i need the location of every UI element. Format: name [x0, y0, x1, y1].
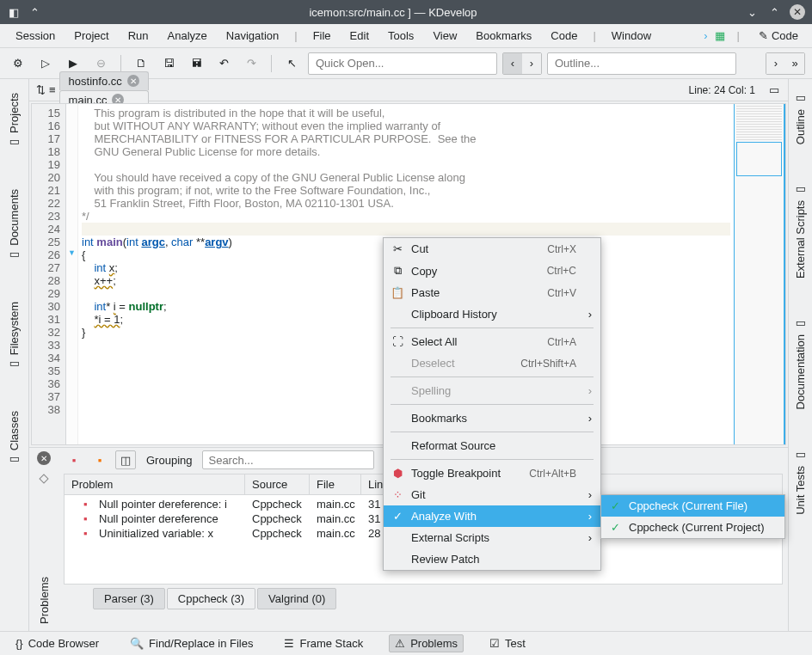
problems-tab[interactable]: Cppcheck (3) — [167, 588, 255, 609]
grid-icon[interactable]: ▦ — [715, 29, 725, 42]
context-menu-item[interactable]: ⁘ Git › — [384, 484, 600, 505]
fold-marker-icon[interactable]: ▼ — [68, 248, 76, 257]
menu-edit[interactable]: Edit — [341, 26, 378, 46]
outline-nav-buttons: › » — [766, 52, 805, 75]
cursor-icon[interactable]: ↖ — [280, 52, 303, 75]
context-menu-item: Spelling › — [384, 380, 600, 401]
stack-icon: ☰ — [284, 637, 294, 650]
save-all-icon[interactable]: 🖬 — [185, 52, 207, 75]
menu-project[interactable]: Project — [65, 26, 117, 46]
context-menu: ✂ Cut Ctrl+X ⧉ Copy Ctrl+C 📋 Paste Ctrl+… — [383, 237, 601, 571]
outline-input[interactable] — [547, 52, 736, 75]
error-icon: ▪ — [83, 527, 99, 540]
menu-file[interactable]: File — [304, 26, 340, 46]
save-icon[interactable]: 🖫 — [157, 52, 180, 75]
menu-tools[interactable]: Tools — [379, 26, 422, 46]
problems-vertical-label[interactable]: Problems — [36, 570, 52, 631]
quick-open-input[interactable] — [308, 52, 497, 75]
context-menu-item[interactable]: ✓ Analyze With › — [384, 505, 600, 527]
run-icon[interactable]: ▷ — [34, 52, 57, 75]
menubar: Session Project Run Analyze Navigation |… — [0, 24, 812, 48]
context-menu-item[interactable]: 📋 Paste Ctrl+V — [384, 282, 600, 303]
pin-icon[interactable]: ⌃ — [28, 5, 41, 19]
menu-view[interactable]: View — [424, 26, 465, 46]
braces-icon: {} — [15, 637, 23, 650]
context-menu-item[interactable]: ⬢ Toggle Breakpoint Ctrl+Alt+B — [384, 462, 600, 484]
close-icon[interactable]: ✕ — [790, 4, 805, 20]
grouping-label[interactable]: Grouping — [141, 454, 197, 467]
sidebar-external-scripts[interactable]: External Scripts▭ — [792, 177, 809, 285]
fold-column[interactable]: ▼ — [66, 104, 78, 444]
sidebar-outline[interactable]: Outline▭ — [792, 86, 809, 151]
sidebar-unit-tests[interactable]: Unit Tests▭ — [792, 443, 809, 522]
error-icon: ▪ — [83, 512, 99, 525]
context-menu-item[interactable]: Bookmarks › — [384, 407, 600, 429]
tab-options-icon[interactable]: ▭ — [764, 83, 784, 96]
line-number-gutter: 1516171819202122232425262728293031323334… — [32, 104, 66, 444]
undo-icon[interactable]: ↶ — [212, 52, 235, 75]
menu-analyze[interactable]: Analyze — [159, 26, 216, 46]
sidebar-documents[interactable]: ▭Documents — [6, 182, 22, 269]
minimap[interactable] — [734, 104, 785, 444]
statusbar: {}Code Browser 🔍Find/Replace in Files ☰F… — [0, 631, 812, 655]
menu-code[interactable]: Code — [542, 26, 586, 46]
tab-list-icon[interactable]: ≡ — [49, 83, 56, 96]
close-panel-icon[interactable]: ✕ — [37, 451, 51, 465]
tab-close-icon[interactable]: ✕ — [127, 75, 139, 87]
app-menu-icon[interactable]: ◧ — [7, 5, 21, 19]
context-menu-item[interactable]: ⛶ Select All Ctrl+A — [384, 331, 600, 352]
warning-icon: ⚠ — [395, 637, 405, 650]
configure-launches-icon[interactable]: ⚙ — [7, 52, 29, 75]
sidebar-documentation[interactable]: Documentation▭ — [792, 311, 809, 416]
problems-tab[interactable]: Parser (3) — [93, 588, 165, 609]
problems-tabs: Parser (3)Cppcheck (3)Valgrind (0) — [58, 586, 788, 611]
submenu-item[interactable]: ✓Cppcheck (Current Project) — [601, 517, 784, 538]
menu-navigation[interactable]: Navigation — [218, 26, 287, 46]
analyze-submenu: ✓Cppcheck (Current File)✓Cppcheck (Curre… — [600, 494, 785, 539]
nav-forward-button[interactable]: › — [522, 53, 541, 74]
context-menu-item[interactable]: Clipboard History › — [384, 303, 600, 325]
context-menu-item[interactable]: ✂ Cut Ctrl+X — [384, 238, 600, 260]
problems-search-input[interactable] — [202, 450, 374, 469]
diamond-icon[interactable] — [39, 474, 48, 483]
sort-tabs-icon[interactable]: ⇅ — [36, 83, 46, 96]
window-title: icemon:src/main.cc ] — KDevelop — [41, 6, 745, 19]
menu-session[interactable]: Session — [7, 26, 64, 46]
redo-icon: ↷ — [240, 52, 262, 75]
scope-filter-icon[interactable]: ◫ — [115, 450, 136, 469]
tab-bar: ⇅ ≡ hostinfo.cc✕main.cc✕ Line: 24 Col: 1… — [29, 79, 788, 101]
sb-find-replace[interactable]: 🔍Find/Replace in Files — [125, 635, 258, 652]
problems-tab[interactable]: Valgrind (0) — [257, 588, 336, 609]
sidebar-classes[interactable]: ▭Classes — [6, 404, 22, 474]
minimize-icon[interactable]: ⌄ — [745, 5, 759, 19]
sb-problems[interactable]: ⚠Problems — [389, 634, 464, 652]
sidebar-filesystem[interactable]: ▭Filesystem — [6, 295, 22, 378]
context-menu-item: Deselect Ctrl+Shift+A — [384, 352, 600, 374]
warning-filter-icon[interactable]: ▪ — [89, 450, 110, 469]
magnifier-icon: 🔍 — [130, 637, 144, 650]
sidebar-projects[interactable]: ▭Projects — [6, 86, 22, 156]
sb-frame-stack[interactable]: ☰Frame Stack — [279, 635, 368, 652]
error-filter-icon[interactable]: ▪ — [64, 450, 84, 469]
outline-forward-button[interactable]: › — [766, 53, 785, 74]
maximize-icon[interactable]: ⌃ — [767, 5, 781, 19]
context-menu-item[interactable]: Review Patch — [384, 548, 600, 570]
outline-menu-button[interactable]: » — [785, 53, 804, 74]
submenu-item[interactable]: ✓Cppcheck (Current File) — [601, 495, 784, 517]
context-menu-item[interactable]: ⧉ Copy Ctrl+C — [384, 260, 600, 282]
test-icon: ☑ — [489, 637, 500, 650]
sb-code-browser[interactable]: {}Code Browser — [10, 635, 104, 652]
cursor-position: Line: 24 Col: 1 — [680, 84, 764, 96]
titlebar: ◧ ⌃ icemon:src/main.cc ] — KDevelop ⌄ ⌃ … — [0, 0, 812, 24]
nav-back-button[interactable]: ‹ — [503, 53, 522, 74]
menu-window[interactable]: Window — [603, 26, 660, 46]
code-perspective-button[interactable]: ✎ Code — [752, 27, 805, 45]
menu-bookmarks[interactable]: Bookmarks — [467, 26, 540, 46]
chevron-right-icon[interactable]: › — [704, 29, 707, 42]
menu-run[interactable]: Run — [120, 26, 157, 46]
context-menu-item[interactable]: Reformat Source — [384, 435, 600, 456]
context-menu-item[interactable]: External Scripts › — [384, 527, 600, 548]
right-sidebar: Outline▭ External Scripts▭ Documentation… — [788, 79, 812, 631]
left-sidebar: ▭Projects ▭Documents ▭Filesystem ▭Classe… — [0, 79, 29, 631]
sb-test[interactable]: ☑Test — [484, 635, 531, 652]
